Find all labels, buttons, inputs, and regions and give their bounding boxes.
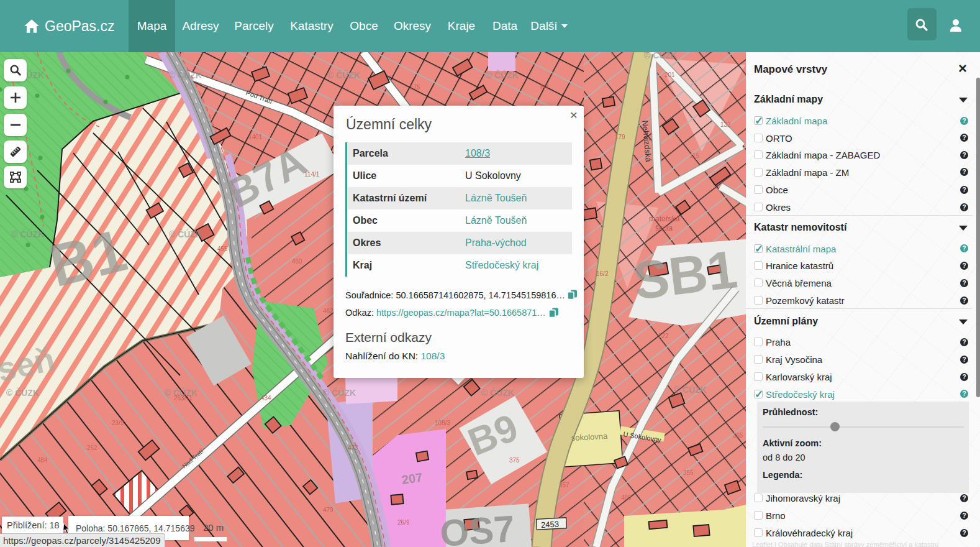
svg-text:132: 132: [720, 121, 731, 128]
svg-text:263/11: 263/11: [174, 395, 193, 402]
svg-text:365: 365: [733, 432, 743, 439]
svg-text:26/9: 26/9: [397, 519, 410, 526]
svg-text:175: 175: [410, 84, 420, 91]
svg-text:© ČÚZK: © ČÚZK: [323, 387, 356, 398]
svg-text:484: 484: [37, 457, 48, 464]
svg-text:sokolovna: sokolovna: [571, 431, 608, 443]
svg-text:© ČÚZK: © ČÚZK: [327, 70, 360, 80]
svg-text:460: 460: [292, 258, 302, 265]
svg-text:462: 462: [323, 308, 333, 315]
svg-text:© ČÚZK: © ČÚZK: [6, 387, 39, 398]
svg-text:23/9: 23/9: [112, 420, 124, 426]
svg-text:262: 262: [87, 444, 98, 451]
svg-text:1401: 1401: [248, 134, 263, 140]
svg-text:© ČÚZK: © ČÚZK: [644, 52, 677, 60]
svg-text:6/4: 6/4: [540, 84, 549, 91]
svg-text:207: 207: [401, 471, 423, 487]
svg-text:© ČÚZK: © ČÚZK: [11, 229, 44, 239]
svg-text:480: 480: [621, 494, 632, 501]
svg-text:455: 455: [217, 246, 228, 252]
svg-text:16/2: 16/2: [596, 270, 609, 277]
svg-text:434: 434: [261, 395, 271, 402]
svg-text:114/1: 114/1: [304, 171, 320, 178]
svg-text:škola: škola: [655, 224, 673, 232]
svg-text:322: 322: [658, 333, 669, 339]
svg-text:179: 179: [615, 134, 625, 140]
svg-text:479: 479: [323, 507, 333, 513]
svg-text:115: 115: [689, 152, 699, 159]
svg-text:357: 357: [559, 482, 569, 489]
svg-text:473: 473: [348, 444, 358, 451]
svg-text:201: 201: [665, 71, 675, 78]
svg-text:© ČÚZK: © ČÚZK: [169, 70, 202, 80]
svg-text:OS7: OS7: [438, 508, 515, 547]
svg-text:2453: 2453: [541, 519, 560, 529]
svg-text:© ČÚZK: © ČÚZK: [486, 70, 519, 80]
svg-text:108/3: 108/3: [435, 420, 450, 426]
svg-text:© ČÚZK: © ČÚZK: [169, 229, 202, 239]
svg-text:355: 355: [683, 469, 694, 476]
svg-text:© ČÚZK: © ČÚZK: [481, 387, 514, 398]
svg-text:© ČÚZK: © ČÚZK: [674, 384, 707, 395]
svg-text:375: 375: [509, 457, 520, 464]
svg-text:mateřská: mateřská: [649, 214, 680, 223]
svg-text:SB1: SB1: [630, 239, 740, 311]
